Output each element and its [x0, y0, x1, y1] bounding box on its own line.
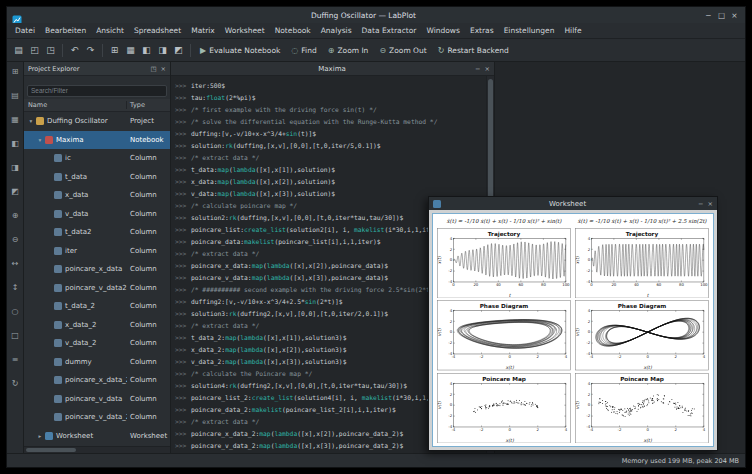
tree-row-v-data[interactable]: v_dataColumn: [24, 205, 170, 224]
plot-formula-title[interactable]: ẍ(t) = -1/10 ẋ(t) + x(t) - 1/10 x(t)³ + …: [575, 217, 709, 226]
new-worksheet-icon[interactable]: ◧: [139, 43, 154, 58]
tree-row-v-data-2[interactable]: v_data_2Column: [24, 334, 170, 353]
tree-row-ic[interactable]: icColumn: [24, 149, 170, 168]
new-spreadsheet-icon[interactable]: ⊞: [107, 43, 122, 58]
tree-row-duffing-oscillator[interactable]: ▾Duffing OscillatorProject: [24, 112, 170, 131]
menu-einstellungen[interactable]: Einstellungen: [499, 24, 560, 37]
tree-row-t-data2[interactable]: t_data2Column: [24, 223, 170, 242]
main-area: ⊞▤▦◧◨◩⊕⊖↔↕○□≡↻ Project Explorer ◳ × Name…: [7, 62, 745, 453]
tree-row-dummy[interactable]: dummyColumn: [24, 353, 170, 372]
zoom-out-button[interactable]: ⊖Zoom Out: [374, 44, 431, 57]
add-datapicker-icon[interactable]: ◩: [10, 186, 21, 197]
tree-row-poincare-x-data-2[interactable]: poincare_x_data_2Column: [24, 371, 170, 390]
prompt: >>>: [175, 368, 191, 380]
column-icon: [54, 284, 62, 292]
undo-icon[interactable]: ↶: [67, 43, 82, 58]
expander-open-icon[interactable]: ▾: [36, 137, 44, 143]
notebook-close-icon[interactable]: ×: [485, 65, 490, 73]
tree-row-t-data-2[interactable]: t_data_2Column: [24, 297, 170, 316]
column-header-name[interactable]: Name: [24, 101, 127, 109]
menu-data-extractor[interactable]: Data Extractor: [357, 24, 422, 37]
new-file-icon[interactable]: ▤: [11, 43, 26, 58]
menu-ansicht[interactable]: Ansicht: [91, 24, 129, 37]
column-header-type[interactable]: Type: [127, 101, 170, 109]
plot-trajectory[interactable]: Trajectory020406080100-4-2024tx(t): [437, 228, 571, 298]
notebook-code-line[interactable]: >>>tau:float(2*%pi)$: [175, 92, 486, 104]
menu-datei[interactable]: Datei: [10, 24, 40, 37]
plot-trajectory[interactable]: Trajectory020406080100-4-2024tx(t): [575, 228, 709, 298]
plot-poincare-map[interactable]: Poincare Map-4-2024-4-2024x(t)v(t): [575, 373, 709, 443]
worksheet-window[interactable]: Worksheet − × ẍ(t) = -1/10 ẋ(t) + x(t) -…: [428, 196, 718, 451]
expander-open-icon[interactable]: ▾: [27, 118, 35, 124]
tree-row-iter[interactable]: iterColumn: [24, 242, 170, 261]
list-icon[interactable]: ≡: [10, 354, 21, 365]
save-file-icon[interactable]: ◳: [43, 43, 58, 58]
plot-poincare-map[interactable]: Poincare Map-4-2024-4-2024x(t)v(t): [437, 373, 571, 443]
menu-bearbeiten[interactable]: Bearbeiten: [40, 24, 91, 37]
notebook-vscroll-thumb[interactable]: [488, 79, 493, 199]
notebook-code-line[interactable]: >>>/* extract data */: [175, 152, 486, 164]
notebook-code-line[interactable]: >>>/* first example with the driving for…: [175, 104, 486, 116]
zoom-out-icon[interactable]: ⊖: [10, 234, 21, 245]
zoom-in-icon[interactable]: ⊕: [10, 210, 21, 221]
close-panel-icon[interactable]: ×: [161, 65, 166, 73]
explorer-hscrollbar[interactable]: [24, 446, 170, 453]
menu-analysis[interactable]: Analysis: [316, 24, 357, 37]
tree-row-poincare-v-data-2[interactable]: poincare_v_data_2Column: [24, 408, 170, 427]
tree-row-poincare-v-data2[interactable]: poincare_v_data2Column: [24, 279, 170, 298]
menu-windows[interactable]: Windows: [421, 24, 464, 37]
new-datapicker-icon[interactable]: ◩: [171, 43, 186, 58]
close-icon[interactable]: ×: [729, 11, 740, 20]
menu-hilfe[interactable]: Hilfe: [559, 24, 586, 37]
notebook-code-line[interactable]: >>>solution:rk(duffing,[x,v],[0,0],[t,0,…: [175, 140, 486, 152]
select-icon[interactable]: ○: [10, 306, 21, 317]
notebook-code-line[interactable]: >>>duffing:[v,-v/10+x-x^3/4+sin(t)]$: [175, 128, 486, 140]
notebook-code-line[interactable]: >>>iter:500$: [175, 80, 486, 92]
plot-phase-diagram[interactable]: Phase Diagram-4-2024-4-2024x(t)v(t): [575, 300, 709, 370]
tree-row-x-data[interactable]: x_dataColumn: [24, 186, 170, 205]
tree-row-worksheet[interactable]: ▸WorksheetWorksheet: [24, 427, 170, 446]
expander-closed-icon[interactable]: ▸: [36, 433, 44, 439]
shape-icon[interactable]: □: [10, 330, 21, 341]
menu-notebook[interactable]: Notebook: [270, 24, 316, 37]
add-spreadsheet-icon[interactable]: ▤: [10, 90, 21, 101]
minimize-icon[interactable]: −: [703, 11, 714, 20]
notebook-code-line[interactable]: >>>t_data:map(lambda([x],x[1]),solution)…: [175, 164, 486, 176]
notebook-code-line[interactable]: >>>x_data:map(lambda([x],x[2]),solution)…: [175, 176, 486, 188]
tree-row-t-data[interactable]: t_dataColumn: [24, 168, 170, 187]
tree-row-x-data-2[interactable]: x_data_2Column: [24, 316, 170, 335]
pan-horizontal-icon[interactable]: ↔: [10, 258, 21, 269]
evaluate-notebook-button[interactable]: ▶Evaluate Notebook: [195, 44, 285, 57]
worksheet-close-icon[interactable]: ×: [708, 200, 713, 208]
add-matrix-icon[interactable]: ▦: [10, 114, 21, 125]
menu-worksheet[interactable]: Worksheet: [220, 24, 270, 37]
plot-formula-title[interactable]: ẍ(t) = -1/10 ẋ(t) + x(t) - 1/10 x(t)³ + …: [437, 217, 571, 226]
tree-row-poincare-x-data[interactable]: poincare_x_dataColumn: [24, 260, 170, 279]
new-matrix-icon[interactable]: ▦: [123, 43, 138, 58]
float-panel-icon[interactable]: ◳: [150, 65, 156, 73]
worksheet-page[interactable]: ẍ(t) = -1/10 ẋ(t) + x(t) - 1/10 x(t)³ + …: [432, 213, 714, 447]
notebook-minimize-icon[interactable]: −: [475, 65, 480, 73]
search-input[interactable]: [27, 85, 167, 97]
menu-matrix[interactable]: Matrix: [186, 24, 220, 37]
notebook-code-line[interactable]: >>>/* solve the differential equation wi…: [175, 116, 486, 128]
refresh-icon[interactable]: ↻: [10, 378, 21, 389]
add-worksheet-icon[interactable]: ◧: [10, 138, 21, 149]
add-folder-icon[interactable]: ⊞: [10, 66, 21, 77]
menu-extras[interactable]: Extras: [465, 24, 499, 37]
zoom-in-button[interactable]: ⊕Zoom In: [323, 44, 374, 57]
explorer-hscroll-thumb[interactable]: [26, 448, 76, 452]
plot-phase-diagram[interactable]: Phase Diagram-4-2024-4-2024x(t)v(t): [437, 300, 571, 370]
find-button[interactable]: ◌Find: [286, 44, 321, 57]
maximize-icon[interactable]: □: [716, 11, 727, 20]
new-notebook-icon[interactable]: ◨: [155, 43, 170, 58]
redo-icon[interactable]: ↷: [83, 43, 98, 58]
restart-backend-button[interactable]: ↻Restart Backend: [433, 44, 514, 57]
tree-row-maxima[interactable]: ▾MaximaNotebook: [24, 131, 170, 150]
add-notebook-icon[interactable]: ◨: [10, 162, 21, 173]
menu-spreadsheet[interactable]: Spreadsheet: [129, 24, 186, 37]
open-file-icon[interactable]: ◰: [27, 43, 42, 58]
tree-row-poincare-v-data[interactable]: poincare_v_dataColumn: [24, 390, 170, 409]
pan-vertical-icon[interactable]: ↕: [10, 282, 21, 293]
worksheet-minimize-icon[interactable]: −: [698, 200, 703, 208]
